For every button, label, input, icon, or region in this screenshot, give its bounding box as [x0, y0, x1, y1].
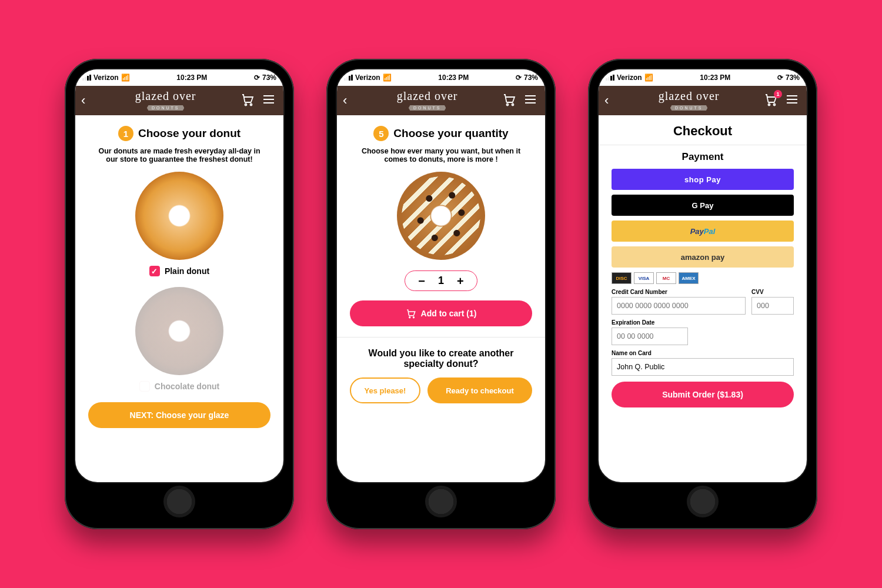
checkbox-chocolate[interactable]: [139, 381, 150, 392]
checkbox-plain[interactable]: ✓: [149, 266, 160, 276]
phone-mockup-2: Verizon 📶 10:23 PM ⟳73% ‹ glazed over DO…: [326, 59, 556, 529]
app-bar: ‹ glazed over DONUTS: [75, 86, 283, 115]
next-button[interactable]: NEXT: Choose your glaze: [88, 402, 270, 428]
back-icon[interactable]: ‹: [81, 93, 85, 108]
svg-point-10: [409, 317, 410, 318]
carrier: Verizon: [355, 74, 380, 82]
battery-pct: 73%: [524, 74, 538, 82]
step-title: Choose your donut: [138, 127, 240, 140]
brand-logo[interactable]: glazed over DONUTS: [613, 90, 759, 111]
divider: [337, 337, 545, 338]
status-bar: Verizon 📶 10:23 PM ⟳73%: [599, 69, 807, 86]
cart-icon[interactable]: 1: [763, 92, 779, 109]
status-time: 10:23 PM: [176, 74, 207, 82]
donut-image-chocolate[interactable]: [135, 287, 223, 375]
name-on-card-label: Name on Card: [612, 350, 794, 356]
rotation-lock-icon: ⟳: [516, 74, 522, 82]
status-time: 10:23 PM: [438, 74, 469, 82]
back-icon[interactable]: ‹: [604, 93, 609, 108]
expiration-label: Expiration Date: [612, 319, 794, 326]
another-prompt: Would you like to create another special…: [350, 348, 532, 369]
brand-logo[interactable]: glazed over DONUTS: [352, 90, 497, 111]
step-title: Choose your quantity: [393, 127, 508, 140]
cvv-label: CVV: [751, 289, 794, 295]
donut-image-plain[interactable]: [135, 172, 223, 260]
wifi-icon: 📶: [644, 74, 653, 82]
svg-point-13: [774, 104, 776, 106]
carrier: Verizon: [617, 74, 642, 82]
divider: [599, 145, 807, 145]
cc-number-label: Credit Card Number: [612, 289, 746, 295]
status-time: 10:23 PM: [700, 74, 730, 82]
svg-point-12: [769, 104, 770, 106]
add-to-cart-button[interactable]: Add to cart (1): [350, 300, 532, 326]
phone-mockup-3: Verizon 📶 10:23 PM ⟳73% ‹ glazed over DO…: [588, 59, 817, 529]
payment-heading: Payment: [612, 151, 794, 163]
hamburger-icon[interactable]: [522, 94, 539, 107]
card-amex-icon: AMEX: [679, 272, 699, 284]
svg-point-11: [413, 317, 414, 318]
amazon-pay-button[interactable]: amazon pay: [612, 246, 794, 268]
app-bar: ‹ glazed over DONUTS: [337, 86, 545, 115]
svg-point-6: [512, 104, 514, 106]
svg-point-0: [245, 104, 247, 106]
step-subtext: Choose how ever many you want, but when …: [353, 147, 529, 163]
battery-pct: 73%: [262, 74, 276, 82]
status-bar: Verizon 📶 10:23 PM ⟳73%: [337, 69, 545, 86]
name-on-card-input[interactable]: [612, 358, 794, 376]
donut-image-custom: [397, 172, 485, 260]
cc-number-input[interactable]: [612, 297, 746, 315]
rotation-lock-icon: ⟳: [777, 74, 783, 82]
card-visa-icon: VISA: [634, 272, 654, 284]
svg-point-5: [507, 104, 509, 106]
qty-minus[interactable]: −: [418, 275, 425, 287]
submit-order-button[interactable]: Submit Order ($1.83): [612, 382, 794, 407]
signal-icon: [606, 75, 614, 81]
yes-please-button[interactable]: Yes please!: [350, 377, 420, 403]
back-icon[interactable]: ‹: [343, 93, 347, 108]
checkout-title: Checkout: [612, 123, 794, 139]
status-bar: Verizon 📶 10:23 PM ⟳ 73%: [75, 69, 283, 86]
card-mastercard-icon: MC: [656, 272, 676, 284]
option-plain-label: Plain donut: [165, 266, 209, 276]
card-discover-icon: DISC: [612, 272, 632, 284]
shop-pay-button[interactable]: shop Pay: [612, 169, 794, 190]
app-bar: ‹ glazed over DONUTS 1: [599, 86, 807, 115]
rotation-lock-icon: ⟳: [254, 74, 260, 82]
brand-logo[interactable]: glazed over DONUTS: [90, 90, 235, 111]
cvv-input[interactable]: [751, 297, 794, 315]
qty-value: 1: [438, 275, 444, 287]
svg-point-1: [250, 104, 252, 106]
expiration-input[interactable]: [612, 328, 688, 345]
signal-icon: [344, 75, 353, 81]
phone-mockup-1: Verizon 📶 10:23 PM ⟳ 73% ‹ glazed over D…: [65, 59, 294, 529]
hamburger-icon[interactable]: [783, 94, 801, 107]
ready-checkout-button[interactable]: Ready to checkout: [427, 377, 532, 403]
wifi-icon: 📶: [121, 74, 130, 82]
step-number: 5: [373, 126, 389, 141]
qty-plus[interactable]: +: [457, 275, 464, 287]
step-subtext: Our donuts are made fresh everyday all-d…: [92, 147, 267, 163]
quantity-stepper: − 1 +: [405, 270, 477, 291]
card-logos: DISC VISA MC AMEX: [612, 272, 794, 284]
cart-icon[interactable]: [240, 92, 255, 109]
cart-icon[interactable]: [502, 92, 517, 109]
paypal-button[interactable]: PayPal: [612, 220, 794, 242]
carrier: Verizon: [93, 74, 119, 82]
google-pay-button[interactable]: G Pay: [612, 195, 794, 216]
cart-badge: 1: [774, 90, 782, 98]
option-chocolate-label: Chocolate donut: [155, 382, 219, 391]
signal-icon: [82, 75, 91, 81]
wifi-icon: 📶: [383, 74, 392, 82]
hamburger-icon[interactable]: [260, 94, 278, 107]
battery-pct: 73%: [786, 74, 800, 82]
step-number: 1: [118, 126, 133, 141]
